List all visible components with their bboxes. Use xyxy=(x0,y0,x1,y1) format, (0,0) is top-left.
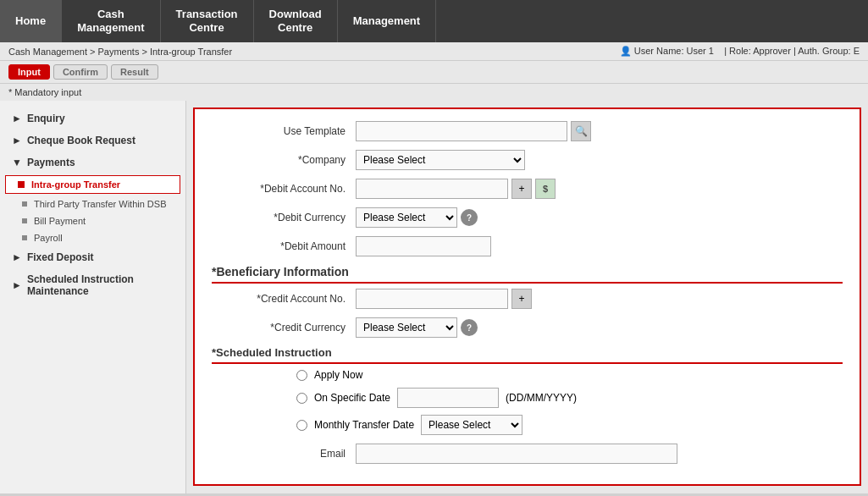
email-input[interactable] xyxy=(356,444,677,464)
main-layout: ► Enquiry ► Cheque Book Request ▼ Paymen… xyxy=(0,101,868,493)
credit-currency-row: *Credit Currency Please Select ? xyxy=(212,317,843,338)
bullet-icon xyxy=(22,218,27,223)
monthly-transfer-row: Monthly Transfer Date Please Select xyxy=(212,415,843,435)
specific-date-input[interactable] xyxy=(397,388,499,408)
search-icon[interactable]: 🔍 xyxy=(571,121,591,141)
sidebar-item-bill-payment[interactable]: Bill Payment xyxy=(0,212,185,229)
use-template-control: 🔍 xyxy=(356,121,591,141)
top-nav: Home CashManagement TransactionCentre Do… xyxy=(0,0,868,42)
email-control xyxy=(356,444,677,464)
credit-currency-label: *Credit Currency xyxy=(212,322,356,333)
debit-currency-select[interactable]: Please Select xyxy=(356,207,457,228)
scheduled-section-header: *Scheduled Instruction xyxy=(212,346,843,364)
sidebar: ► Enquiry ► Cheque Book Request ▼ Paymen… xyxy=(0,101,186,493)
chevron-right-icon: ► xyxy=(12,135,22,146)
debit-account-row: *Debit Account No. + $ xyxy=(212,179,843,199)
mandatory-note: * Mandatory input xyxy=(0,84,868,101)
add-icon[interactable]: + xyxy=(511,289,532,309)
sidebar-item-fixed-deposit[interactable]: ► Fixed Deposit xyxy=(0,246,185,268)
bullet-icon xyxy=(22,235,27,240)
company-select[interactable]: Please Select xyxy=(356,150,525,170)
debit-currency-label: *Debit Currency xyxy=(212,212,356,223)
credit-account-label: *Credit Account No. xyxy=(212,293,356,305)
monthly-transfer-select[interactable]: Please Select xyxy=(421,415,522,435)
monthly-radio[interactable] xyxy=(296,420,307,431)
step-input[interactable]: Input xyxy=(8,64,50,80)
credit-currency-control: Please Select ? xyxy=(356,317,478,338)
step-result[interactable]: Result xyxy=(111,64,158,80)
dollar-icon[interactable]: $ xyxy=(535,179,556,199)
breadcrumb: Cash Management > Payments > Intra-group… xyxy=(8,47,232,57)
sidebar-item-third-party[interactable]: Third Party Transfer Within DSB xyxy=(0,196,185,212)
email-label: Email xyxy=(212,448,356,460)
breadcrumb-bar: Cash Management > Payments > Intra-group… xyxy=(0,42,868,61)
company-label: *Company xyxy=(212,154,356,166)
beneficiary-section-header: *Beneficiary Information xyxy=(212,265,843,284)
credit-currency-select[interactable]: Please Select xyxy=(356,317,457,338)
nav-home[interactable]: Home xyxy=(0,0,62,42)
user-info: 👤 User Name: User 1 | Role: Approver | A… xyxy=(620,46,860,57)
use-template-row: Use Template 🔍 xyxy=(212,121,843,141)
nav-download-centre[interactable]: DownloadCentre xyxy=(254,0,338,42)
chevron-right-icon: ► xyxy=(12,113,22,124)
debit-amount-input[interactable] xyxy=(356,236,491,256)
specific-date-label: On Specific Date xyxy=(314,392,390,404)
monthly-transfer-label: Monthly Transfer Date xyxy=(314,419,414,431)
content-area: Use Template 🔍 *Company Please Select *D… xyxy=(186,101,868,493)
debit-account-input[interactable] xyxy=(356,179,508,199)
nav-management[interactable]: Management xyxy=(338,0,436,42)
sidebar-item-scheduled[interactable]: ► Scheduled Instruction Maintenance xyxy=(0,268,185,302)
help-icon[interactable]: ? xyxy=(461,209,478,226)
debit-amount-label: *Debit Amount xyxy=(212,240,356,252)
sidebar-item-enquiry[interactable]: ► Enquiry xyxy=(0,107,185,130)
form-panel: Use Template 🔍 *Company Please Select *D… xyxy=(193,107,861,486)
apply-now-label: Apply Now xyxy=(314,369,362,381)
credit-account-row: *Credit Account No. + xyxy=(212,289,843,309)
debit-account-control: + $ xyxy=(356,179,556,199)
debit-account-label: *Debit Account No. xyxy=(212,183,356,195)
email-row: Email xyxy=(212,444,843,464)
sidebar-item-payments[interactable]: ▼ Payments xyxy=(0,152,185,174)
steps-bar: Input Confirm Result xyxy=(0,61,868,84)
chevron-down-icon: ▼ xyxy=(12,157,22,168)
sidebar-item-intragroup[interactable]: Intra-group Transfer xyxy=(5,175,180,194)
chevron-right-icon: ► xyxy=(12,251,22,263)
debit-amount-row: *Debit Amount xyxy=(212,236,843,256)
nav-transaction-centre[interactable]: TransactionCentre xyxy=(161,0,254,42)
help-icon[interactable]: ? xyxy=(461,319,478,336)
apply-now-row: Apply Now xyxy=(212,369,843,381)
chevron-right-icon: ► xyxy=(12,279,22,291)
company-control: Please Select xyxy=(356,150,525,170)
specific-date-radio[interactable] xyxy=(296,393,307,404)
date-format-label: (DD/MM/YYYY) xyxy=(506,392,577,404)
debit-amount-control xyxy=(356,236,491,256)
use-template-input[interactable] xyxy=(356,121,567,141)
credit-account-input[interactable] xyxy=(356,289,508,309)
company-row: *Company Please Select xyxy=(212,150,843,170)
sidebar-item-payroll[interactable]: Payroll xyxy=(0,229,185,246)
credit-account-control: + xyxy=(356,289,532,309)
bullet-icon xyxy=(22,201,27,207)
debit-currency-control: Please Select ? xyxy=(356,207,478,228)
nav-cash-management[interactable]: CashManagement xyxy=(62,0,160,42)
add-icon[interactable]: + xyxy=(511,179,532,199)
specific-date-row: On Specific Date (DD/MM/YYYY) xyxy=(212,388,843,408)
step-confirm[interactable]: Confirm xyxy=(53,64,108,80)
debit-currency-row: *Debit Currency Please Select ? xyxy=(212,207,843,228)
sidebar-item-cheque-book[interactable]: ► Cheque Book Request xyxy=(0,130,185,152)
apply-now-radio[interactable] xyxy=(296,370,307,381)
bullet-icon xyxy=(18,181,25,188)
use-template-label: Use Template xyxy=(212,125,356,137)
